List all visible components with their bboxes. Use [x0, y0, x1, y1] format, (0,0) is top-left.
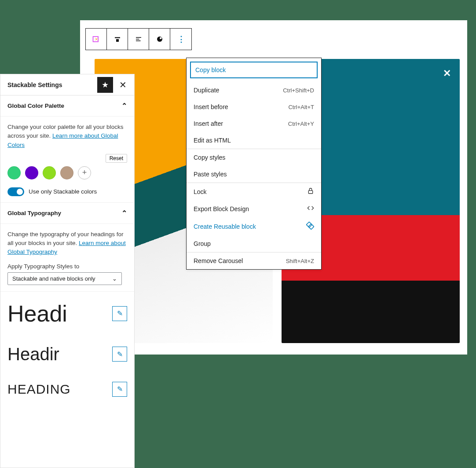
stackable-colors-toggle[interactable]: [7, 187, 24, 196]
heading-preview-row: Headi ✎: [7, 300, 127, 327]
section-title: Global Typography: [7, 210, 61, 216]
svg-rect-8: [308, 190, 312, 194]
menu-edit-html[interactable]: Edit as HTML: [187, 132, 321, 149]
menu-group[interactable]: Group: [187, 235, 321, 252]
reusable-icon: [306, 222, 314, 231]
menu-copy-block[interactable]: Copy block: [190, 62, 318, 78]
color-swatch-4[interactable]: [60, 166, 73, 179]
code-icon: [307, 205, 314, 213]
heading-previews: Headi ✎ Headir ✎ HEADING ✎: [0, 292, 134, 397]
menu-copy-styles[interactable]: Copy styles: [187, 149, 321, 166]
menu-label: Duplicate: [194, 87, 219, 94]
align-icon[interactable]: [107, 29, 128, 50]
menu-label: Paste styles: [194, 171, 227, 178]
svg-rect-2: [116, 39, 119, 42]
section-title: Global Color Palette: [7, 102, 64, 109]
block-options-menu: Copy block Duplicate Ctrl+Shift+D Insert…: [186, 58, 322, 270]
svg-rect-9: [306, 222, 312, 227]
color-swatches: +: [7, 166, 127, 179]
typography-description: Change the typography of your headings f…: [7, 230, 127, 257]
chevron-up-icon: ⌃: [121, 209, 127, 217]
edit-heading-2-button[interactable]: ✎: [112, 347, 127, 362]
block-toolbar: ⋮: [85, 28, 192, 50]
toggle-label: Use only Stackable colors: [29, 188, 97, 195]
edit-heading-3-button[interactable]: ✎: [112, 382, 127, 397]
color-palette-body: Change your color palette for all your b…: [0, 117, 134, 203]
select-value: Stackable and native blocks only: [12, 275, 95, 282]
menu-paste-styles[interactable]: Paste styles: [187, 166, 321, 183]
menu-label: Copy styles: [194, 154, 225, 161]
color-swatch-1[interactable]: [7, 166, 21, 179]
typography-scope-select[interactable]: Stackable and native blocks only ⌄: [7, 272, 122, 285]
menu-label: Edit as HTML: [194, 137, 231, 144]
more-options-icon[interactable]: ⋮: [170, 29, 191, 50]
menu-label: Lock: [194, 188, 207, 195]
heading-3-preview: HEADING: [7, 382, 87, 397]
menu-remove-carousel[interactable]: Remove Carousel Shift+Alt+Z: [187, 252, 321, 269]
section-toggle-color-palette[interactable]: Global Color Palette ⌃: [0, 95, 134, 117]
svg-point-6: [157, 37, 162, 42]
menu-label: Create Reusable block: [194, 223, 256, 230]
block-type-icon[interactable]: [86, 29, 107, 50]
color-swatch-2[interactable]: [25, 166, 38, 179]
svg-point-7: [160, 37, 162, 40]
add-color-button[interactable]: +: [78, 166, 91, 179]
settings-sidebar: Stackable Settings ★ ✕ Global Color Pale…: [0, 74, 135, 468]
color-description: Change your color palette for all your b…: [7, 123, 127, 150]
close-icon[interactable]: ✕: [443, 68, 451, 79]
svg-rect-10: [308, 224, 314, 230]
svg-rect-1: [115, 37, 120, 38]
heading-1-preview: Headi: [7, 300, 87, 327]
typography-body: Change the typography of your headings f…: [0, 224, 134, 292]
chevron-up-icon: ⌃: [121, 102, 127, 110]
menu-shortcut: Ctrl+Shift+D: [283, 87, 314, 94]
lock-icon: [307, 187, 314, 196]
menu-export-design[interactable]: Export Block Design: [187, 200, 321, 217]
heading-preview-row: HEADING ✎: [7, 382, 127, 397]
close-sidebar-button[interactable]: ✕: [115, 77, 131, 93]
justify-icon[interactable]: [128, 29, 149, 50]
menu-shortcut: Shift+Alt+Z: [286, 258, 314, 264]
menu-label: Copy block: [195, 66, 226, 73]
svg-rect-0: [93, 37, 98, 42]
menu-label: Insert after: [194, 120, 223, 127]
menu-shortcut: Ctrl+Alt+Y: [288, 121, 314, 127]
menu-shortcut: Ctrl+Alt+T: [288, 104, 314, 110]
color-swatch-3[interactable]: [43, 166, 56, 179]
menu-label: Insert before: [194, 103, 228, 110]
style-icon[interactable]: [149, 29, 170, 50]
sidebar-title: Stackable Settings: [7, 81, 62, 88]
sidebar-header: Stackable Settings ★ ✕: [0, 74, 134, 95]
menu-label: Remove Carousel: [194, 257, 243, 264]
heading-2-preview: Headir: [7, 344, 87, 364]
menu-label: Export Block Design: [194, 205, 249, 212]
section-toggle-typography[interactable]: Global Typography ⌃: [0, 203, 134, 224]
apply-styles-label: Apply Typography Styles to: [7, 263, 127, 270]
heading-preview-row: Headir ✎: [7, 344, 127, 364]
menu-create-reusable[interactable]: Create Reusable block: [187, 217, 321, 235]
menu-insert-before[interactable]: Insert before Ctrl+Alt+T: [187, 99, 321, 115]
chevron-down-icon: ⌄: [112, 275, 117, 282]
edit-heading-1-button[interactable]: ✎: [112, 306, 127, 321]
star-icon[interactable]: ★: [97, 77, 113, 93]
reset-button[interactable]: Reset: [106, 154, 127, 163]
menu-label: Group: [194, 240, 211, 247]
menu-insert-after[interactable]: Insert after Ctrl+Alt+Y: [187, 115, 321, 132]
menu-duplicate[interactable]: Duplicate Ctrl+Shift+D: [187, 82, 321, 99]
menu-lock[interactable]: Lock: [187, 183, 321, 200]
